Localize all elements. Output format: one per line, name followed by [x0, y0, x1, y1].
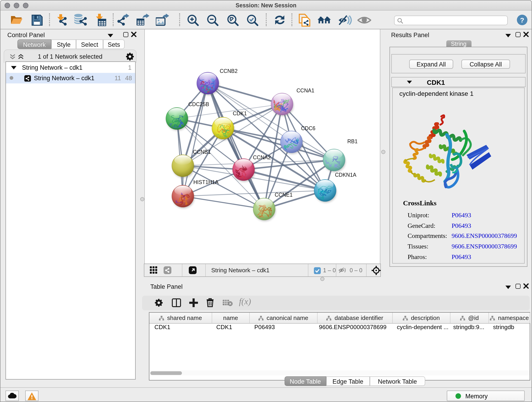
svg-text:HIST1H1A: HIST1H1A: [193, 179, 219, 185]
svg-text:CCNB1: CCNB1: [193, 149, 211, 155]
svg-text:CDC6: CDC6: [301, 125, 316, 131]
svg-text:CDC25B: CDC25B: [188, 101, 209, 107]
svg-text:CDK1: CDK1: [233, 110, 247, 116]
svg-text:RB1: RB1: [347, 138, 358, 144]
svg-text:CCNE1: CCNE1: [275, 191, 293, 198]
svg-text:CDKN1A: CDKN1A: [335, 172, 356, 178]
svg-text:CCNA2: CCNA2: [253, 154, 271, 160]
svg-text:CCNA1: CCNA1: [297, 87, 314, 93]
svg-text:CCNB2: CCNB2: [220, 68, 238, 74]
